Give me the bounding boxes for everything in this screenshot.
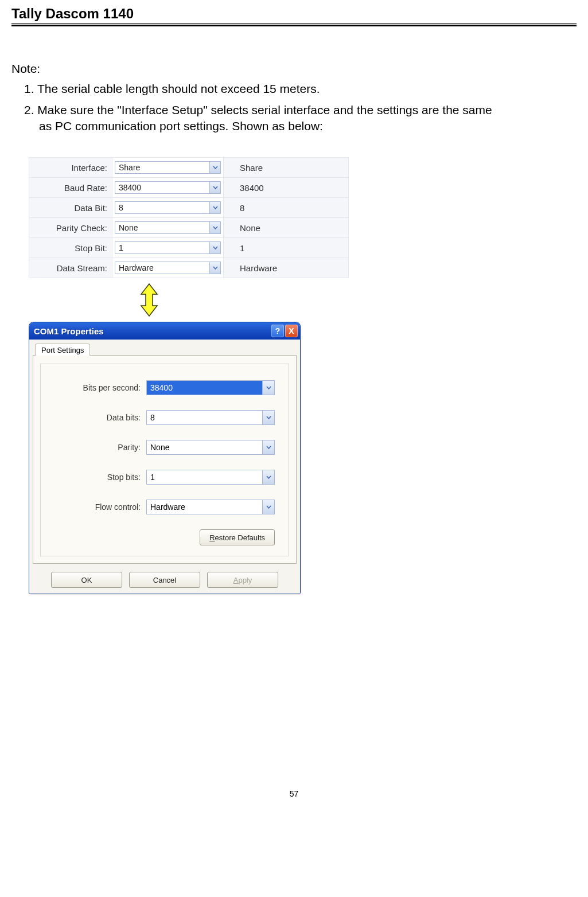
chevron-down-icon[interactable] bbox=[209, 162, 220, 173]
setup-row: Interface:ShareShare bbox=[29, 158, 349, 178]
interface-setup-table: Interface:ShareShareBaud Rate:3840038400… bbox=[29, 157, 349, 278]
apply-button[interactable]: Apply bbox=[207, 572, 278, 588]
cancel-button[interactable]: Cancel bbox=[129, 572, 200, 588]
setup-label: Data Bit: bbox=[29, 198, 112, 218]
tab-page: Bits per second:38400Data bits:8Parity:N… bbox=[33, 356, 297, 564]
settings-group: Bits per second:38400Data bits:8Parity:N… bbox=[40, 364, 289, 556]
page: Tally Dascom 1140 Note: 1. The serial ca… bbox=[0, 0, 588, 821]
svg-marker-0 bbox=[141, 284, 157, 316]
xp-combo-value: 38400 bbox=[147, 381, 262, 395]
xp-combobox[interactable]: 8 bbox=[146, 410, 275, 425]
setup-input-cell: Hardware bbox=[112, 258, 224, 278]
xp-combobox[interactable]: 1 bbox=[146, 470, 275, 485]
xp-field-row: Parity:None bbox=[54, 440, 275, 455]
xp-combo-value: None bbox=[147, 440, 262, 454]
apply-label: Apply bbox=[233, 576, 252, 584]
setup-label: Stop Bit: bbox=[29, 238, 112, 258]
xp-field-label: Stop bits: bbox=[54, 473, 146, 482]
note-list: 1. The serial cable length should not ex… bbox=[11, 81, 577, 134]
restore-row: Restore Defaults bbox=[54, 529, 275, 545]
double-arrow-icon bbox=[138, 283, 161, 317]
xp-combo-value: 1 bbox=[147, 470, 262, 484]
combo-value: Share bbox=[115, 163, 209, 172]
titlebar-buttons: ? X bbox=[271, 325, 298, 337]
setup-combobox[interactable]: Share bbox=[115, 161, 221, 174]
combo-value: 38400 bbox=[115, 183, 209, 192]
ok-button[interactable]: OK bbox=[51, 572, 122, 588]
setup-label: Interface: bbox=[29, 158, 112, 178]
xp-field-label: Flow control: bbox=[54, 502, 146, 512]
setup-combobox[interactable]: 38400 bbox=[115, 181, 221, 194]
setup-label: Parity Check: bbox=[29, 218, 112, 238]
xp-field-row: Flow control:Hardware bbox=[54, 500, 275, 514]
chevron-down-icon[interactable] bbox=[209, 222, 220, 233]
setup-display: Share bbox=[224, 158, 349, 178]
chevron-down-icon[interactable] bbox=[262, 440, 274, 454]
window-client: Port Settings Bits per second:38400Data … bbox=[29, 340, 300, 594]
page-number: 57 bbox=[11, 789, 577, 798]
titlebar[interactable]: COM1 Properties ? X bbox=[29, 322, 300, 340]
setup-combobox[interactable]: 1 bbox=[115, 241, 221, 254]
combo-value: None bbox=[115, 223, 209, 232]
xp-combo-value: Hardware bbox=[147, 500, 262, 514]
com1-properties-window: COM1 Properties ? X Port Settings Bits p… bbox=[29, 322, 301, 594]
chevron-down-icon[interactable] bbox=[262, 381, 274, 395]
chevron-down-icon[interactable] bbox=[262, 470, 274, 484]
tab-port-settings[interactable]: Port Settings bbox=[35, 344, 90, 356]
combo-value: 1 bbox=[115, 243, 209, 252]
setup-input-cell: 38400 bbox=[112, 178, 224, 198]
rule-thick bbox=[11, 25, 577, 26]
chevron-down-icon[interactable] bbox=[209, 262, 220, 274]
doc-header: Tally Dascom 1140 bbox=[11, 6, 577, 22]
xp-combobox[interactable]: None bbox=[146, 440, 275, 455]
xp-field-label: Data bits: bbox=[54, 413, 146, 422]
setup-display: 38400 bbox=[224, 178, 349, 198]
chevron-down-icon[interactable] bbox=[262, 500, 274, 514]
close-button[interactable]: X bbox=[285, 325, 298, 337]
chevron-down-icon[interactable] bbox=[209, 202, 220, 213]
setup-input-cell: None bbox=[112, 218, 224, 238]
xp-field-row: Bits per second:38400 bbox=[54, 380, 275, 395]
body-text: Note: 1. The serial cable length should … bbox=[11, 61, 577, 134]
chevron-down-icon[interactable] bbox=[209, 182, 220, 193]
chevron-down-icon[interactable] bbox=[262, 411, 274, 424]
xp-combo-value: 8 bbox=[147, 411, 262, 424]
xp-combobox[interactable]: 38400 bbox=[146, 380, 275, 395]
setup-label: Baud Rate: bbox=[29, 178, 112, 198]
setup-display: Hardware bbox=[224, 258, 349, 278]
setup-display: 8 bbox=[224, 198, 349, 218]
setup-input-cell: Share bbox=[112, 158, 224, 178]
setup-display: 1 bbox=[224, 238, 349, 258]
setup-row: Baud Rate:3840038400 bbox=[29, 178, 349, 198]
setup-combobox[interactable]: None bbox=[115, 221, 221, 234]
xp-field-label: Bits per second: bbox=[54, 383, 146, 392]
dialog-actions: OK Cancel Apply bbox=[33, 572, 297, 588]
setup-row: Stop Bit:11 bbox=[29, 238, 349, 258]
setup-combobox[interactable]: Hardware bbox=[115, 262, 221, 274]
setup-label: Data Stream: bbox=[29, 258, 112, 278]
setup-display: None bbox=[224, 218, 349, 238]
restore-label: Restore Defaults bbox=[209, 533, 265, 542]
note-item-1: 1. The serial cable length should not ex… bbox=[24, 81, 577, 97]
restore-defaults-button[interactable]: Restore Defaults bbox=[200, 529, 275, 545]
setup-row: Data Bit:88 bbox=[29, 198, 349, 218]
setup-row: Parity Check:NoneNone bbox=[29, 218, 349, 238]
xp-combobox[interactable]: Hardware bbox=[146, 500, 275, 514]
tabstrip: Port Settings bbox=[33, 343, 297, 356]
setup-row: Data Stream:HardwareHardware bbox=[29, 258, 349, 278]
setup-input-cell: 8 bbox=[112, 198, 224, 218]
combo-value: 8 bbox=[115, 203, 209, 212]
chevron-down-icon[interactable] bbox=[209, 242, 220, 253]
xp-field-label: Parity: bbox=[54, 443, 146, 452]
note-2-line2: as PC communication port settings. Shown… bbox=[24, 118, 577, 134]
note-heading: Note: bbox=[11, 61, 577, 76]
note-item-2: 2. Make sure the "Interface Setup" selec… bbox=[24, 102, 577, 135]
window-title: COM1 Properties bbox=[34, 326, 271, 336]
setup-combobox[interactable]: 8 bbox=[115, 201, 221, 214]
setup-input-cell: 1 bbox=[112, 238, 224, 258]
note-2-line1: 2. Make sure the "Interface Setup" selec… bbox=[24, 103, 492, 116]
rule-thin bbox=[11, 23, 577, 24]
xp-field-row: Data bits:8 bbox=[54, 410, 275, 425]
xp-field-row: Stop bits:1 bbox=[54, 470, 275, 485]
help-button[interactable]: ? bbox=[271, 325, 284, 337]
